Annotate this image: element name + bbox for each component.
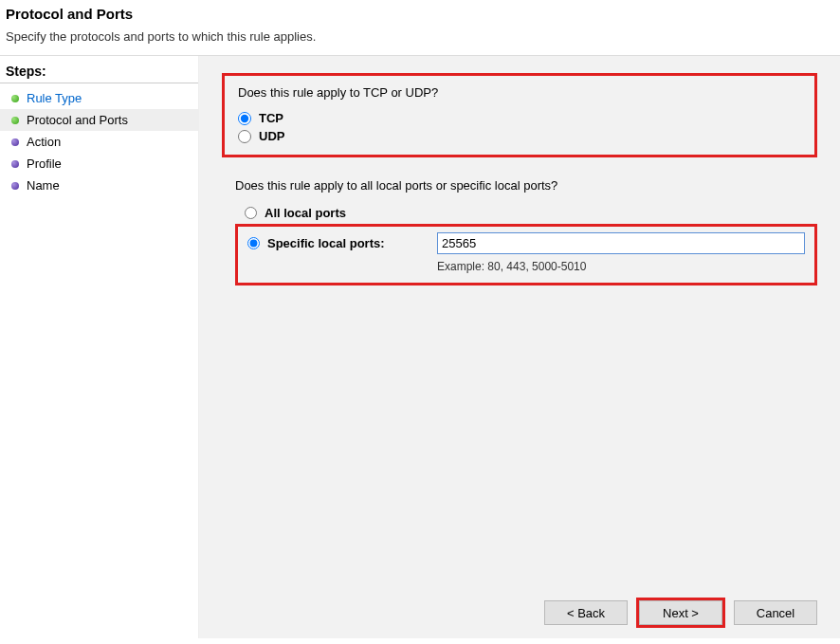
udp-radio[interactable] (238, 130, 251, 143)
wizard-button-row: < Back Next > Cancel (222, 593, 817, 629)
port-section: Does this rule apply to all local ports … (222, 178, 817, 285)
wizard-header: Protocol and Ports Specify the protocols… (0, 0, 840, 55)
tcp-label: TCP (259, 111, 283, 125)
page-subtitle: Specify the protocols and ports to which… (6, 29, 834, 44)
cancel-button[interactable]: Cancel (734, 600, 817, 625)
step-label: Rule Type (27, 91, 82, 105)
step-protocol-and-ports[interactable]: Protocol and Ports (0, 109, 198, 131)
specific-ports-highlight-box: Specific local ports: Example: 80, 443, … (235, 224, 817, 285)
step-label: Name (27, 178, 60, 193)
step-rule-type[interactable]: Rule Type (0, 87, 198, 109)
protocol-highlight-box: Does this rule apply to TCP or UDP? TCP … (222, 73, 817, 157)
step-name[interactable]: Name (0, 175, 198, 196)
bullet-icon (11, 138, 19, 146)
steps-title: Steps: (0, 64, 198, 83)
bullet-icon (11, 95, 19, 102)
steps-sidebar: Steps: Rule Type Protocol and Ports Acti… (0, 56, 199, 638)
bullet-icon (11, 117, 19, 124)
tcp-radio-row[interactable]: TCP (238, 111, 801, 125)
step-label: Profile (27, 156, 62, 171)
all-ports-label: All local ports (265, 206, 346, 220)
protocol-question: Does this rule apply to TCP or UDP? (238, 85, 801, 100)
step-action[interactable]: Action (0, 131, 198, 153)
ports-example: Example: 80, 443, 5000-5010 (437, 254, 805, 273)
next-button[interactable]: Next > (639, 600, 722, 625)
all-ports-radio[interactable] (245, 207, 257, 219)
back-button[interactable]: < Back (544, 600, 628, 625)
all-ports-radio-row[interactable]: All local ports (235, 206, 817, 220)
tcp-radio[interactable] (238, 112, 251, 125)
specific-ports-radio[interactable] (247, 237, 260, 249)
port-question: Does this rule apply to all local ports … (235, 178, 817, 193)
specific-ports-input[interactable] (437, 232, 805, 254)
bullet-icon (11, 182, 19, 190)
udp-radio-row[interactable]: UDP (238, 129, 801, 143)
step-label: Protocol and Ports (27, 113, 128, 127)
page-title: Protocol and Ports (6, 6, 834, 22)
step-label: Action (27, 135, 61, 149)
specific-ports-label: Specific local ports: (267, 236, 385, 250)
step-profile[interactable]: Profile (0, 153, 198, 175)
bullet-icon (11, 160, 19, 168)
specific-ports-radio-row[interactable]: Specific local ports: (247, 232, 428, 250)
udp-label: UDP (259, 129, 284, 143)
wizard-main: Does this rule apply to TCP or UDP? TCP … (199, 56, 840, 638)
